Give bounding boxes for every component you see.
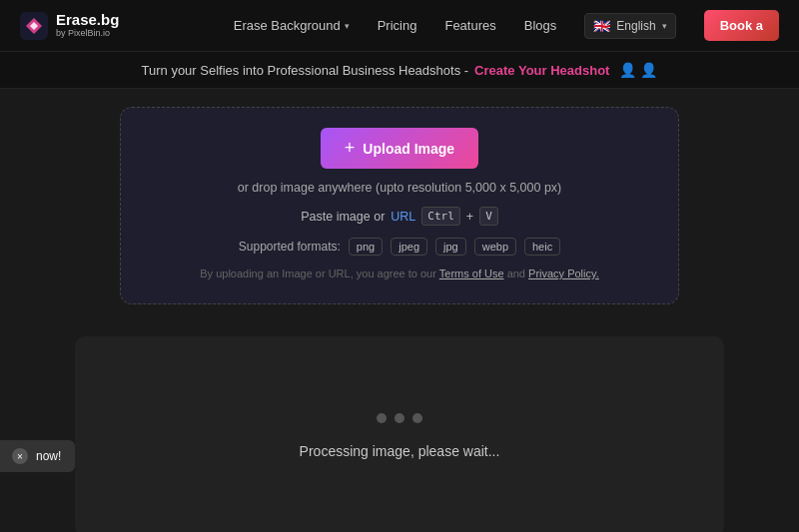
format-heic: heic (524, 238, 560, 256)
person-icon-1: 👤 (619, 62, 636, 78)
promo-link[interactable]: Create Your Headshot (474, 63, 609, 78)
terms-and: and (507, 267, 525, 279)
upload-button[interactable]: + Upload Image (321, 128, 478, 169)
nav-blogs-label: Blogs (524, 18, 557, 33)
url-label: URL (391, 210, 415, 224)
formats-row: Supported formats: png jpeg jpg webp hei… (239, 238, 560, 256)
loading-dots (377, 413, 422, 423)
terms-text: By uploading an Image or URL, you agree … (200, 267, 599, 279)
flag-icon: 🇬🇧 (593, 18, 610, 34)
upload-box: + Upload Image or drop image anywhere (u… (120, 107, 679, 304)
nav-pricing[interactable]: Pricing (378, 18, 417, 33)
promo-icons: 👤 👤 (619, 62, 657, 78)
nav-features-label: Features (444, 18, 495, 33)
logo-name: Erase.bg (56, 12, 119, 29)
promo-banner: Turn your Selfies into Professional Busi… (0, 52, 799, 89)
drop-text: or drop image anywhere (upto resolution … (238, 181, 562, 195)
nav-links: Erase Background ▾ Pricing Features Blog… (234, 10, 779, 41)
upload-btn-label: Upload Image (363, 141, 454, 157)
lang-chevron-icon: ▾ (662, 21, 667, 31)
processing-text: Processing image, please wait... (300, 443, 500, 459)
privacy-link[interactable]: Privacy Policy. (528, 267, 599, 279)
nav-features[interactable]: Features (444, 18, 495, 33)
nav-pricing-label: Pricing (378, 18, 417, 33)
kbd-v: V (479, 207, 498, 226)
dot-2 (395, 413, 404, 423)
dot-1 (377, 413, 387, 423)
logo-subtext: by PixelBin.io (56, 29, 119, 39)
lang-label: English (616, 19, 655, 33)
paste-row: Paste image or URL Ctrl + V (301, 207, 498, 226)
nav-erase-label: Erase Background (234, 18, 341, 33)
person-icon-2: 👤 (640, 62, 657, 78)
plus-icon: + (345, 138, 356, 159)
book-button[interactable]: Book a (704, 10, 779, 41)
language-selector[interactable]: 🇬🇧 English ▾ (584, 13, 675, 39)
processing-section: Processing image, please wait... (75, 336, 724, 532)
nav-erase-background[interactable]: Erase Background ▾ (234, 18, 350, 33)
format-png: png (349, 238, 383, 256)
dot-3 (412, 413, 422, 423)
upload-section: + Upload Image or drop image anywhere (u… (0, 89, 799, 324)
promo-text: Turn your Selfies into Professional Busi… (142, 63, 469, 78)
nav-blogs[interactable]: Blogs (524, 18, 557, 33)
toast: × now! (0, 440, 75, 472)
navbar: Erase.bg by PixelBin.io Erase Background… (0, 0, 799, 52)
format-jpg: jpg (435, 238, 466, 256)
format-jpeg: jpeg (391, 238, 427, 256)
kbd-plus-label: + (466, 210, 473, 224)
toast-close-button[interactable]: × (12, 448, 28, 464)
logo[interactable]: Erase.bg by PixelBin.io (20, 12, 119, 40)
toast-text: now! (36, 449, 61, 463)
terms-link[interactable]: Terms of Use (439, 267, 504, 279)
chevron-down-icon: ▾ (345, 21, 350, 31)
terms-prefix: By uploading an Image or URL, you agree … (200, 267, 436, 279)
format-webp: webp (474, 238, 516, 256)
paste-prefix: Paste image or (301, 210, 385, 224)
formats-label: Supported formats: (239, 240, 341, 254)
kbd-ctrl: Ctrl (421, 207, 460, 226)
logo-text: Erase.bg by PixelBin.io (56, 12, 119, 38)
logo-icon (20, 12, 48, 40)
